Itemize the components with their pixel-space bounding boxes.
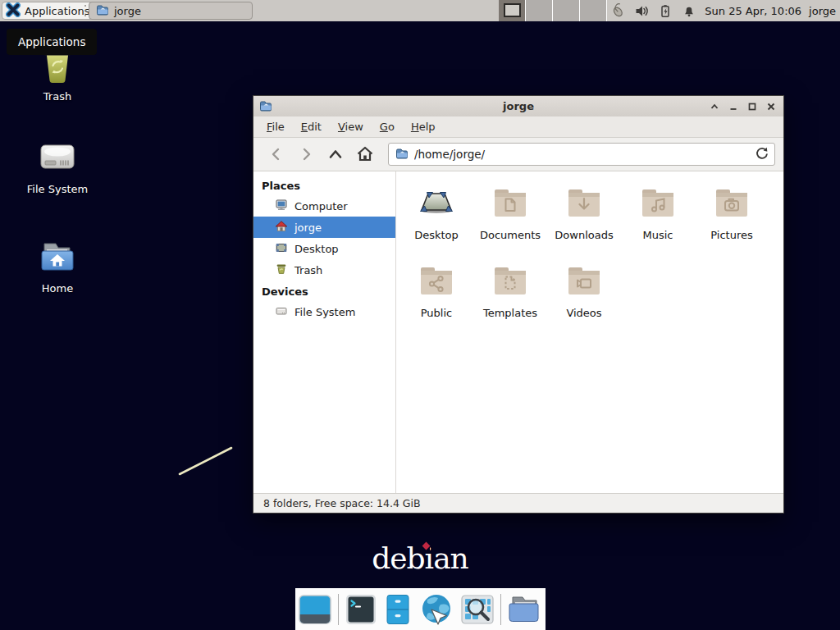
workspace-4[interactable] xyxy=(580,0,607,21)
pictures-folder-icon xyxy=(712,183,751,225)
file-item-downloads[interactable]: Downloads xyxy=(547,183,621,261)
volume-icon[interactable] xyxy=(633,2,650,19)
debian-wordmark: debian xyxy=(372,541,468,575)
drive-small-icon xyxy=(275,304,288,320)
file-manager-window: jorge File Edit View Go Help xyxy=(253,95,784,514)
battery-icon[interactable] xyxy=(657,2,673,19)
file-cabinet-icon[interactable] xyxy=(383,593,413,626)
file-item-label: Music xyxy=(643,229,673,241)
file-item-public[interactable]: Public xyxy=(399,261,473,339)
window-titlebar[interactable]: jorge xyxy=(253,96,783,116)
debian-logo: debian xyxy=(371,541,469,581)
menu-edit[interactable]: Edit xyxy=(293,117,330,136)
music-folder-icon xyxy=(638,183,678,225)
downloads-folder-icon xyxy=(564,183,604,225)
web-browser-icon[interactable] xyxy=(418,592,454,627)
applications-menu-label: Applications xyxy=(25,5,89,17)
file-item-videos[interactable]: Videos xyxy=(547,261,621,339)
forward-button[interactable] xyxy=(293,142,319,167)
trash-small-icon xyxy=(275,262,288,278)
desktop-icon xyxy=(275,241,288,257)
panel-tray: Sun 25 Apr, 10:06 jorge xyxy=(609,0,836,21)
sidebar-item-file-system[interactable]: File System xyxy=(253,301,395,322)
file-item-templates[interactable]: Templates xyxy=(473,261,547,339)
workspace-switcher xyxy=(499,0,607,21)
menu-file[interactable]: File xyxy=(258,117,293,136)
desktop-icon-file-system[interactable]: File System xyxy=(16,141,98,195)
file-item-pictures[interactable]: Pictures xyxy=(695,183,769,261)
file-item-documents[interactable]: Documents xyxy=(473,183,547,261)
sidebar-item-computer[interactable]: Computer xyxy=(253,195,395,217)
sidebar-item-label: Desktop xyxy=(294,243,339,255)
applications-menu-button[interactable]: Applications xyxy=(2,2,97,20)
panel-handle[interactable] xyxy=(84,5,87,16)
path-input[interactable] xyxy=(414,148,749,161)
home-icon xyxy=(275,220,288,235)
public-folder-icon xyxy=(417,261,456,303)
file-item-music[interactable]: Music xyxy=(621,183,695,261)
home-folder-icon xyxy=(39,240,76,279)
file-item-label: Desktop xyxy=(414,229,459,241)
minimize-button[interactable] xyxy=(724,96,742,116)
mouse-icon[interactable] xyxy=(609,2,626,19)
file-list: Desktop Documents xyxy=(396,171,783,493)
statusbar: 8 folders, Free space: 14.4 GiB xyxy=(253,493,783,513)
window-controls xyxy=(705,96,780,116)
desktop-icon-home[interactable]: Home xyxy=(16,240,98,294)
terminal-icon[interactable] xyxy=(345,593,377,626)
back-button[interactable] xyxy=(263,142,290,167)
dock-separator xyxy=(500,594,501,625)
file-item-label: Public xyxy=(421,307,452,319)
desktop-icon-label: File System xyxy=(27,183,88,195)
file-item-label: Pictures xyxy=(710,229,752,241)
menu-help[interactable]: Help xyxy=(403,117,444,136)
statusbar-text: 8 folders, Free space: 14.4 GiB xyxy=(263,497,421,509)
sidebar-item-desktop[interactable]: Desktop xyxy=(253,238,395,259)
file-manager-icon[interactable] xyxy=(507,593,543,626)
sidebar-item-trash[interactable]: Trash xyxy=(253,259,395,281)
maximize-button[interactable] xyxy=(742,96,761,116)
top-panel: Applications jorge xyxy=(0,0,840,21)
close-button[interactable] xyxy=(761,96,780,116)
applications-tooltip-text: Applications xyxy=(18,35,85,48)
taskbar-folder-icon xyxy=(96,3,109,19)
workspace-3[interactable] xyxy=(553,0,580,21)
taskbar-window-label: jorge xyxy=(114,5,141,17)
videos-folder-icon xyxy=(564,261,604,303)
desktop-folder-icon xyxy=(417,183,456,225)
sidebar: Places Computer xyxy=(253,171,396,493)
workspace-2[interactable] xyxy=(526,0,553,21)
menu-go[interactable]: Go xyxy=(372,117,403,136)
reload-icon[interactable] xyxy=(755,146,769,163)
sidebar-item-label: Computer xyxy=(294,200,348,212)
toolbar xyxy=(253,138,783,171)
notifications-bell-icon[interactable] xyxy=(681,2,697,19)
shade-button[interactable] xyxy=(705,96,724,116)
menu-view[interactable]: View xyxy=(330,117,372,136)
applications-tooltip: Applications xyxy=(7,29,97,55)
computer-icon xyxy=(275,199,288,214)
home-button[interactable] xyxy=(352,142,378,167)
panel-clock[interactable]: Sun 25 Apr, 10:06 xyxy=(705,5,801,17)
file-item-desktop[interactable]: Desktop xyxy=(399,183,473,261)
panel-username: jorge xyxy=(809,5,836,17)
app-finder-icon[interactable] xyxy=(460,593,495,626)
path-bar[interactable] xyxy=(388,143,775,166)
file-item-label: Downloads xyxy=(555,229,613,241)
show-desktop-icon[interactable] xyxy=(298,593,332,626)
up-button[interactable] xyxy=(322,142,349,167)
taskbar-window-button[interactable]: jorge xyxy=(89,2,253,20)
sidebar-devices-header: Devices xyxy=(253,281,395,301)
workspace-1[interactable] xyxy=(499,0,526,21)
window-folder-icon[interactable] xyxy=(259,99,272,115)
dock-separator xyxy=(338,594,339,625)
dock xyxy=(295,588,546,630)
sidebar-item-label: jorge xyxy=(294,221,322,234)
file-item-label: Documents xyxy=(480,229,541,241)
templates-folder-icon xyxy=(491,261,530,303)
path-folder-icon xyxy=(395,147,409,162)
sidebar-item-jorge[interactable]: jorge xyxy=(253,217,395,238)
sidebar-item-label: Trash xyxy=(294,264,322,276)
window-body: Places Computer xyxy=(253,171,783,493)
sidebar-item-label: File System xyxy=(294,306,355,318)
